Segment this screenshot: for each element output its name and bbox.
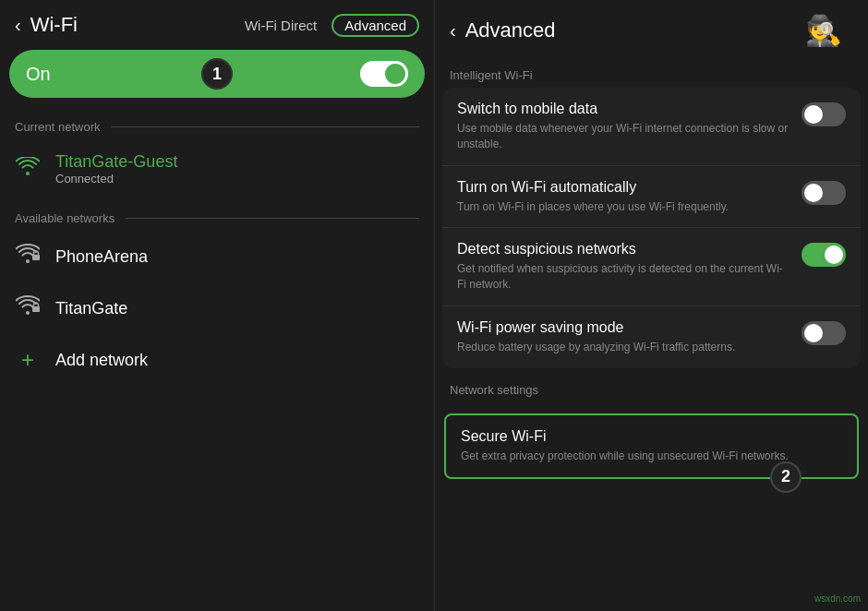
left-header: ‹ Wi-Fi Wi-Fi Direct Advanced xyxy=(0,0,434,50)
wifi-toggle-switch[interactable] xyxy=(360,61,408,87)
available-networks-label: Available networks xyxy=(0,198,434,231)
secure-wifi-title: Secure Wi-Fi xyxy=(461,428,842,445)
wifi-direct-label[interactable]: Wi-Fi Direct xyxy=(245,18,317,33)
power-saving-item: Wi-Fi power saving mode Reduce battery u… xyxy=(442,306,861,368)
switch-mobile-text: Switch to mobile data Use mobile data wh… xyxy=(457,101,790,152)
secure-wifi-text: Secure Wi-Fi Get extra privacy protectio… xyxy=(461,428,842,464)
svg-rect-0 xyxy=(32,255,40,260)
network-2-name: TitanGate xyxy=(55,299,127,318)
auto-wifi-toggle[interactable] xyxy=(802,181,846,205)
wifi-on-label: On xyxy=(26,64,360,85)
secure-wifi-item[interactable]: Secure Wi-Fi Get extra privacy protectio… xyxy=(444,413,859,479)
wifi-connected-icon xyxy=(15,157,41,181)
left-panel: ‹ Wi-Fi Wi-Fi Direct Advanced On 1 Curre… xyxy=(0,0,434,611)
switch-mobile-title: Switch to mobile data xyxy=(457,101,790,117)
detect-suspicious-knob xyxy=(825,246,843,264)
wifi-lock-icon-1 xyxy=(15,244,41,270)
switch-mobile-desc: Use mobile data whenever your Wi-Fi inte… xyxy=(457,121,790,152)
add-network-item[interactable]: + Add network xyxy=(0,334,434,386)
wifi-toggle-bar[interactable]: On 1 xyxy=(9,50,425,98)
detect-suspicious-text: Detect suspicious networks Get notified … xyxy=(457,241,790,293)
intelligent-wifi-heading: Intelligent Wi-Fi xyxy=(435,61,868,88)
detect-suspicious-item: Detect suspicious networks Get notified … xyxy=(442,228,861,306)
step-2-circle: 2 xyxy=(770,461,802,493)
auto-wifi-knob xyxy=(804,184,823,202)
network-phonearena[interactable]: PhoneArena xyxy=(0,231,434,282)
right-back-arrow-icon[interactable]: ‹ xyxy=(450,20,456,42)
power-saving-desc: Reduce battery usage by analyzing Wi-Fi … xyxy=(457,340,790,355)
power-saving-title: Wi-Fi power saving mode xyxy=(457,319,790,336)
power-saving-text: Wi-Fi power saving mode Reduce battery u… xyxy=(457,319,790,355)
detect-suspicious-desc: Get notified when suspicious activity is… xyxy=(457,261,790,293)
current-network-info: TitanGate-Guest Connected xyxy=(55,152,177,186)
network-titangate[interactable]: TitanGate xyxy=(0,282,434,334)
current-network-item[interactable]: TitanGate-Guest Connected xyxy=(0,139,434,198)
network-settings-heading: Network settings xyxy=(435,376,868,402)
auto-wifi-title: Turn on Wi-Fi automatically xyxy=(457,179,790,196)
power-saving-toggle[interactable] xyxy=(802,321,846,345)
auto-wifi-desc: Turn on Wi-Fi in places where you use Wi… xyxy=(457,199,790,215)
switch-mobile-knob xyxy=(804,105,823,124)
page-title: Wi-Fi xyxy=(30,13,235,37)
detect-suspicious-toggle[interactable] xyxy=(802,243,846,267)
auto-wifi-text: Turn on Wi-Fi automatically Turn on Wi-F… xyxy=(457,179,790,215)
power-saving-knob xyxy=(804,324,823,342)
current-network-status: Connected xyxy=(55,172,177,186)
svg-rect-1 xyxy=(32,306,40,312)
wifi-lock-icon-2 xyxy=(15,295,41,321)
network-1-name: PhoneArena xyxy=(55,247,148,267)
right-header: ‹ Advanced 🕵️ xyxy=(435,0,868,61)
wifi-toggle-knob xyxy=(385,64,405,84)
current-network-name: TitanGate-Guest xyxy=(55,152,177,172)
network-settings-section: Secure Wi-Fi Get extra privacy protectio… xyxy=(435,410,868,483)
plus-icon: + xyxy=(15,347,41,373)
step-1-circle: 1 xyxy=(201,58,233,90)
right-page-title: Advanced xyxy=(465,18,556,42)
detect-suspicious-title: Detect suspicious networks xyxy=(457,241,790,258)
mascot-icon: 🕵️ xyxy=(805,13,853,48)
right-panel: ‹ Advanced 🕵️ Intelligent Wi-Fi Switch t… xyxy=(434,0,868,611)
switch-mobile-toggle[interactable] xyxy=(802,102,846,126)
add-network-label: Add network xyxy=(55,351,148,370)
back-arrow-icon[interactable]: ‹ xyxy=(15,15,21,36)
watermark: wsxdn.com xyxy=(814,593,861,604)
current-network-label: Current network xyxy=(0,107,434,139)
switch-mobile-item: Switch to mobile data Use mobile data wh… xyxy=(442,88,861,165)
auto-wifi-item: Turn on Wi-Fi automatically Turn on Wi-F… xyxy=(442,166,861,228)
advanced-button[interactable]: Advanced xyxy=(332,14,419,37)
